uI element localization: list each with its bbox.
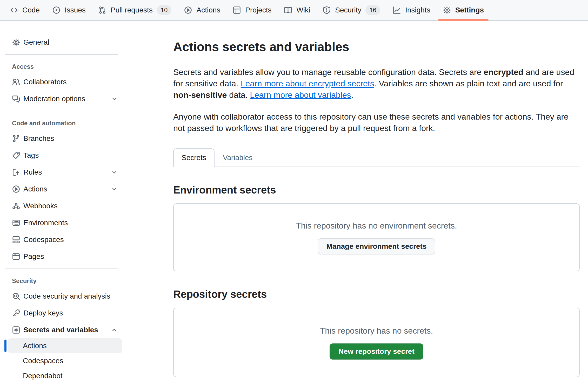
repository-secrets-title: Repository secrets [173,288,580,300]
nav-tab-pull-requests[interactable]: Pull requests 10 [92,0,178,20]
sidebar-item-label: Moderation options [23,95,108,103]
codespaces-icon [12,236,20,244]
repo-tab-nav: Code Issues Pull requests 10 Actions Pro… [0,0,588,21]
sidebar-subitem-actions[interactable]: Actions [8,338,122,353]
book-icon [284,6,292,14]
chevron-down-icon [111,169,118,176]
sidebar-divider [5,268,118,269]
nav-tab-security[interactable]: Security 16 [316,0,386,20]
browser-icon [12,252,20,261]
sidebar-section-access: Access [12,63,122,70]
environment-secrets-empty-text: This repository has no environment secre… [296,220,457,231]
sidebar-item-tags[interactable]: Tags [8,147,122,164]
new-repository-secret-button[interactable]: New repository secret [330,343,423,360]
sidebar-item-code-security[interactable]: Code security and analysis [8,288,122,305]
sidebar-item-label: Deploy keys [23,309,118,317]
intro-text: data. [227,90,250,100]
security-counter: 16 [365,5,380,15]
repository-secrets-empty-text: This repository has no secrets. [320,325,433,336]
nav-tab-label: Pull requests [111,6,153,14]
repository-secrets-empty-box: This repository has no secrets. New repo… [173,308,580,377]
codescan-icon [12,292,20,300]
nav-tab-projects[interactable]: Projects [226,0,278,20]
settings-sidebar: General Access Collaborators Moderation … [0,21,128,386]
nav-tab-label: Wiki [296,6,310,14]
issue-opened-icon [52,6,61,14]
sidebar-item-environments[interactable]: Environments [8,214,122,231]
sidebar-section-code-automation: Code and automation [12,120,122,127]
sidebar-item-collaborators[interactable]: Collaborators [8,73,122,90]
nav-tab-actions[interactable]: Actions [178,0,226,20]
intro-paragraph: Secrets and variables allow you to manag… [173,66,580,101]
table-icon [233,6,241,14]
manage-environment-secrets-button[interactable]: Manage environment secrets [318,238,436,254]
play-icon [12,185,20,193]
sidebar-item-label: Codespaces [23,236,118,244]
sidebar-item-label: Collaborators [23,78,118,86]
sidebar-subitem-label: Actions [23,342,47,350]
sidebar-item-label: Actions [23,185,108,193]
webhook-icon [12,202,20,210]
sidebar-subitem-codespaces[interactable]: Codespaces [8,353,122,368]
tab-variables[interactable]: Variables [215,148,261,167]
nav-tab-code[interactable]: Code [4,0,46,20]
selected-item-indicator [4,340,6,352]
sidebar-divider [5,54,118,55]
comment-discussion-icon [12,95,20,103]
environment-secrets-title: Environment secrets [173,184,580,196]
sidebar-item-actions[interactable]: Actions [8,181,122,197]
graph-icon [393,6,401,14]
sidebar-item-branches[interactable]: Branches [8,130,122,147]
sidebar-divider [5,111,118,111]
nav-tab-insights[interactable]: Insights [386,0,437,20]
sidebar-subitem-dependabot[interactable]: Dependabot [8,368,122,383]
nav-tab-label: Issues [65,6,86,14]
sidebar-item-label: Pages [23,252,118,261]
sidebar-item-label: Tags [23,151,118,160]
chevron-down-icon [111,95,118,102]
sidebar-item-label: Secrets and variables [23,326,108,334]
sidebar-item-rules[interactable]: Rules [8,164,122,181]
link-encrypted-secrets[interactable]: Learn more about encrypted secrets [241,79,374,88]
secrets-variables-tabnav: Secrets Variables [173,148,580,167]
nav-tab-label: Projects [245,6,271,14]
intro-bold-encrypted: encrypted [484,67,523,77]
sidebar-item-general[interactable]: General [8,34,122,51]
tab-secrets[interactable]: Secrets [173,148,215,167]
nav-tab-issues[interactable]: Issues [46,0,92,20]
north-star-icon [12,326,20,334]
sidebar-item-label: Branches [23,134,118,143]
sidebar-item-label: Rules [23,168,108,176]
link-variables[interactable]: Learn more about variables [250,90,351,100]
sidebar-subitem-label: Codespaces [23,357,63,365]
sidebar-item-webhooks[interactable]: Webhooks [8,197,122,214]
active-tab-underline [438,19,489,21]
sidebar-item-secrets-variables[interactable]: Secrets and variables [8,321,122,338]
intro-text: . Variables are shown as plain text and … [374,79,563,88]
sidebar-item-deploy-keys[interactable]: Deploy keys [8,305,122,321]
sidebar-item-label: General [23,38,118,46]
nav-tab-wiki[interactable]: Wiki [278,0,316,20]
nav-tab-label: Code [22,6,40,14]
sidebar-item-label: Code security and analysis [23,292,118,300]
sidebar-item-pages[interactable]: Pages [8,248,122,265]
gear-icon [443,6,451,14]
people-icon [12,78,20,86]
server-icon [12,219,20,227]
environment-secrets-empty-box: This repository has no environment secre… [173,203,580,271]
sidebar-item-moderation-options[interactable]: Moderation options [8,90,122,107]
sidebar-item-label: Environments [23,219,118,227]
gear-icon [12,38,20,46]
shield-icon [323,6,331,14]
git-pull-request-icon [98,6,106,14]
rules-icon [12,168,20,176]
key-icon [12,309,20,317]
title-divider [173,59,580,59]
nav-tab-label: Actions [196,6,220,14]
sidebar-item-label: Webhooks [23,202,118,210]
sidebar-item-codespaces[interactable]: Codespaces [8,231,122,248]
nav-tab-label: Security [335,6,361,14]
nav-tab-settings[interactable]: Settings [437,0,490,20]
chevron-down-icon [111,185,118,193]
settings-content: Actions secrets and variables Secrets an… [128,21,588,386]
